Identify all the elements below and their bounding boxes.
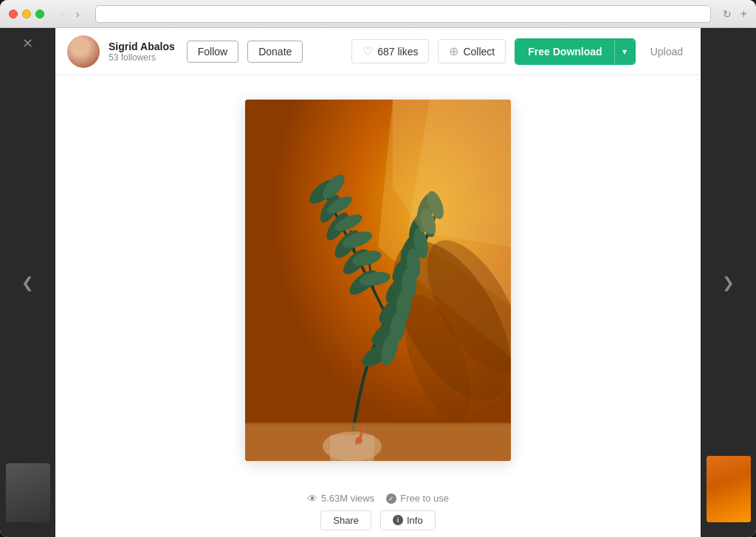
info-label: Info [407, 515, 423, 526]
nav-buttons: ‹ › [56, 7, 83, 21]
main-content: Sigrid Abalos 53 followers Follow Donate… [55, 28, 701, 537]
photo-area [55, 75, 701, 485]
donate-button[interactable]: Donate [247, 41, 303, 63]
upload-button[interactable]: Upload [645, 46, 689, 58]
views-count: 5.63M views [321, 493, 374, 504]
info-button[interactable]: i Info [380, 510, 436, 530]
follow-button[interactable]: Follow [187, 41, 238, 63]
next-photo-button[interactable]: ❯ [722, 274, 735, 291]
prev-thumbnail[interactable] [6, 463, 50, 522]
svg-rect-38 [245, 424, 511, 461]
download-group: Free Download ▾ [515, 38, 635, 65]
license-label: Free to use [400, 493, 449, 504]
download-options-button[interactable]: ▾ [614, 40, 634, 63]
traffic-lights [9, 10, 44, 18]
eye-icon: 👁 [307, 493, 317, 505]
likes-count: 687 likes [377, 46, 418, 58]
titlebar: ‹ › ↻ + [0, 0, 756, 28]
check-icon: ✓ [386, 493, 396, 504]
toolbar: Sigrid Abalos 53 followers Follow Donate… [55, 28, 701, 75]
browser-window: ‹ › ↻ + ✕ ❮ Sigrid Abalos 53 fo [0, 0, 756, 537]
likes-button[interactable]: ♡ 687 likes [351, 39, 429, 63]
next-thumbnail[interactable] [707, 456, 751, 522]
browser-content: ✕ ❮ Sigrid Abalos 53 followers Follow Do… [0, 28, 756, 537]
photo-image [245, 100, 511, 461]
collect-button[interactable]: ⊕ Collect [438, 39, 506, 63]
minimize-button[interactable] [22, 10, 31, 18]
bottom-bar: 👁 5.63M views ✓ Free to use Share i Info [55, 485, 701, 537]
photo-container [245, 100, 511, 461]
user-followers: 53 followers [109, 52, 175, 63]
new-tab-button[interactable]: + [740, 7, 747, 21]
right-sidebar: ❯ [701, 28, 756, 537]
share-button[interactable]: Share [320, 510, 371, 530]
back-button[interactable]: ‹ [56, 7, 69, 21]
svg-rect-39 [245, 423, 511, 426]
maximize-button[interactable] [35, 10, 44, 18]
address-bar[interactable] [95, 5, 710, 23]
panel-close-button[interactable]: ✕ [22, 35, 33, 52]
heart-icon: ♡ [362, 44, 373, 58]
left-sidebar: ✕ ❮ [0, 28, 55, 537]
license-info: ✓ Free to use [386, 493, 449, 504]
collect-label: Collect [463, 46, 495, 58]
free-download-button[interactable]: Free Download [516, 40, 614, 63]
plus-icon: ⊕ [449, 44, 458, 58]
refresh-button[interactable]: ↻ [723, 8, 732, 20]
close-button[interactable] [9, 10, 18, 18]
user-info: Sigrid Abalos 53 followers [109, 41, 175, 63]
action-buttons: Share i Info [320, 510, 435, 530]
views-info: 👁 5.63M views [307, 493, 374, 505]
meta-info: 👁 5.63M views ✓ Free to use [307, 493, 449, 505]
user-name: Sigrid Abalos [109, 41, 175, 52]
prev-photo-button[interactable]: ❮ [21, 274, 34, 291]
info-icon: i [393, 515, 403, 525]
avatar[interactable] [67, 35, 100, 68]
forward-button[interactable]: › [72, 7, 84, 21]
